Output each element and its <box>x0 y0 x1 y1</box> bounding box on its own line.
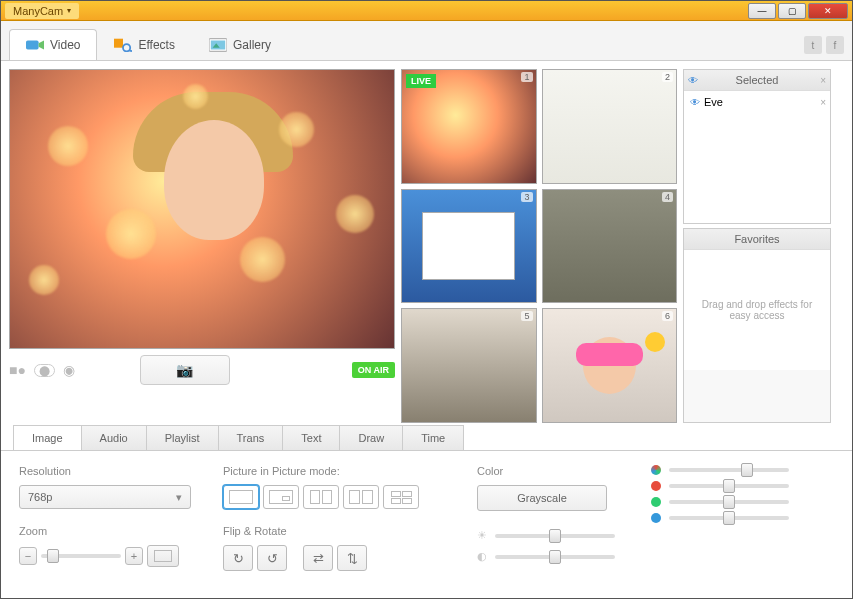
thumb-number: 2 <box>662 72 673 82</box>
settings-tabs: Image Audio Playlist Trans Text Draw Tim… <box>1 425 852 451</box>
thumb-number: 6 <box>662 311 673 321</box>
minimize-button[interactable]: — <box>748 3 776 19</box>
toggle-icon[interactable]: ⬤ <box>34 364 55 377</box>
zoom-label: Zoom <box>19 525 199 537</box>
twitter-button[interactable]: t <box>804 36 822 54</box>
effects-icon <box>114 38 132 52</box>
live-badge: LIVE <box>406 74 436 88</box>
rotate-left-button[interactable]: ↺ <box>257 545 287 571</box>
maximize-button[interactable]: ▢ <box>778 3 806 19</box>
selected-panel: 👁 Selected × 👁 Eve × <box>683 69 831 224</box>
thumb-number: 1 <box>521 72 532 82</box>
thumb-number: 5 <box>521 311 532 321</box>
main-video-preview[interactable] <box>9 69 395 349</box>
thumb-2[interactable]: 2 <box>542 69 678 184</box>
thumb-number: 3 <box>521 192 532 202</box>
btab-image[interactable]: Image <box>13 425 82 450</box>
brightness-slider[interactable] <box>495 534 615 538</box>
camera-icon: 📷 <box>176 362 193 378</box>
source-thumbnails: LIVE 1 2 3 4 5 6 <box>401 69 677 423</box>
pip-mode-none[interactable] <box>223 485 259 509</box>
btab-time[interactable]: Time <box>402 425 464 450</box>
eye-icon[interactable]: 👁 <box>690 97 700 108</box>
thumb-6[interactable]: 6 <box>542 308 678 423</box>
svg-line-4 <box>130 50 133 51</box>
zoom-fit-button[interactable] <box>147 545 179 567</box>
rgb-slider[interactable] <box>669 468 789 472</box>
snapshot-button[interactable]: 📷 <box>140 355 230 385</box>
svg-rect-6 <box>211 41 225 50</box>
tab-video-label: Video <box>50 38 80 52</box>
zoom-out-button[interactable]: − <box>19 547 37 565</box>
titlebar: ManyCam ▾ — ▢ ✕ <box>1 1 852 21</box>
blue-slider[interactable] <box>669 516 789 520</box>
svg-rect-2 <box>114 39 123 48</box>
rotate-right-button[interactable]: ↻ <box>223 545 253 571</box>
tab-gallery[interactable]: Gallery <box>192 29 288 60</box>
gallery-icon <box>209 38 227 52</box>
resolution-label: Resolution <box>19 465 199 477</box>
red-icon <box>651 481 661 491</box>
camera-small-icon[interactable]: ◉ <box>63 362 75 378</box>
main-tabs: Video Effects Gallery t f <box>1 21 852 61</box>
btab-draw[interactable]: Draw <box>339 425 403 450</box>
blue-icon <box>651 513 661 523</box>
flip-horizontal-button[interactable]: ⇄ <box>303 545 333 571</box>
tab-gallery-label: Gallery <box>233 38 271 52</box>
facebook-button[interactable]: f <box>826 36 844 54</box>
app-menu[interactable]: ManyCam ▾ <box>5 3 79 19</box>
pip-mode-side[interactable] <box>303 485 339 509</box>
favorites-dropzone[interactable]: Drag and drop effects for easy access <box>684 250 830 370</box>
svg-marker-1 <box>39 41 44 50</box>
pip-mode-split-v[interactable] <box>343 485 379 509</box>
favorites-panel: Favorites Drag and drop effects for easy… <box>683 228 831 423</box>
selected-header: Selected <box>736 74 779 86</box>
chevron-down-icon: ▾ <box>67 6 71 15</box>
btab-playlist[interactable]: Playlist <box>146 425 219 450</box>
zoom-slider[interactable] <box>41 554 121 558</box>
pip-mode-inset[interactable] <box>263 485 299 509</box>
tab-video[interactable]: Video <box>9 29 97 60</box>
thumb-number: 4 <box>662 192 673 202</box>
rgb-icon <box>651 465 661 475</box>
record-icon[interactable]: ■● <box>9 362 26 378</box>
thumb-1[interactable]: LIVE 1 <box>401 69 537 184</box>
tab-effects[interactable]: Effects <box>97 29 191 60</box>
zoom-in-button[interactable]: + <box>125 547 143 565</box>
contrast-icon: ◐ <box>477 550 487 563</box>
panel-close-icon[interactable]: × <box>820 75 826 86</box>
btab-audio[interactable]: Audio <box>81 425 147 450</box>
btab-trans[interactable]: Trans <box>218 425 284 450</box>
btab-text[interactable]: Text <box>282 425 340 450</box>
contrast-slider[interactable] <box>495 555 615 559</box>
tab-effects-label: Effects <box>138 38 174 52</box>
red-slider[interactable] <box>669 484 789 488</box>
on-air-badge: ON AIR <box>352 362 395 378</box>
resolution-value: 768p <box>28 491 52 503</box>
brightness-icon: ☀ <box>477 529 487 542</box>
grayscale-button[interactable]: Grayscale <box>477 485 607 511</box>
effect-name: Eve <box>704 96 723 108</box>
flip-label: Flip & Rotate <box>223 525 453 537</box>
green-icon <box>651 497 661 507</box>
image-settings-panel: Resolution 768p Zoom − + Picture in Pict… <box>1 451 852 585</box>
thumb-3[interactable]: 3 <box>401 189 537 304</box>
svg-rect-0 <box>26 41 39 50</box>
pip-label: Picture in Picture mode: <box>223 465 453 477</box>
remove-effect-icon[interactable]: × <box>820 97 826 108</box>
selected-effect-item[interactable]: 👁 Eve × <box>684 91 830 113</box>
video-icon <box>26 38 44 52</box>
color-label: Color <box>477 465 627 477</box>
green-slider[interactable] <box>669 500 789 504</box>
favorites-header: Favorites <box>734 233 779 245</box>
close-button[interactable]: ✕ <box>808 3 848 19</box>
thumb-5[interactable]: 5 <box>401 308 537 423</box>
pip-mode-quad[interactable] <box>383 485 419 509</box>
flip-vertical-button[interactable]: ⇅ <box>337 545 367 571</box>
eye-icon[interactable]: 👁 <box>688 75 702 85</box>
thumb-4[interactable]: 4 <box>542 189 678 304</box>
favorites-hint: Drag and drop effects for easy access <box>694 299 820 321</box>
resolution-dropdown[interactable]: 768p <box>19 485 191 509</box>
app-title: ManyCam <box>13 5 63 17</box>
svg-point-3 <box>123 44 130 51</box>
